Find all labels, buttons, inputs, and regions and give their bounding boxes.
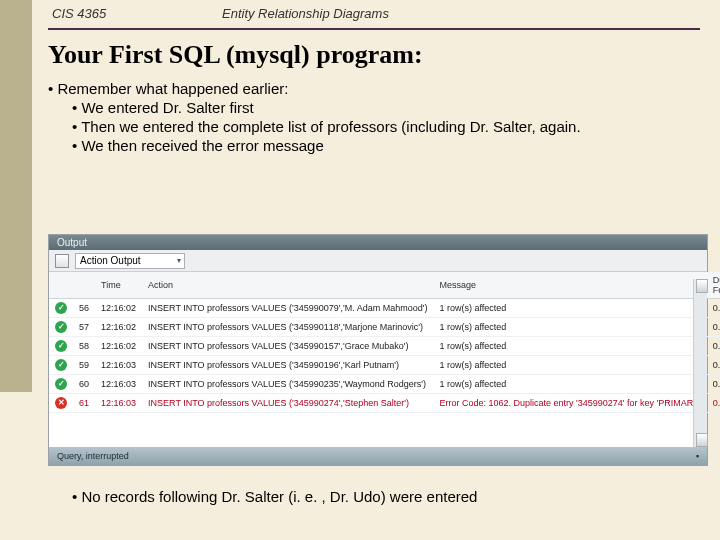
row-duration: 0.078 sec: [707, 299, 720, 318]
row-message: 1 row(s) affected: [433, 299, 706, 318]
success-icon: ✓: [55, 359, 67, 371]
row-message: 1 row(s) affected: [433, 318, 706, 337]
row-index: 57: [73, 318, 95, 337]
resize-grip-icon[interactable]: ▪: [696, 451, 699, 461]
row-message: 1 row(s) affected: [433, 375, 706, 394]
table-row[interactable]: ✓5912:16:03INSERT INTO professors VALUES…: [49, 356, 720, 375]
row-index: 61: [73, 394, 95, 413]
row-time: 12:16:03: [95, 375, 142, 394]
left-ribbon: [0, 0, 32, 392]
content-area: Your First SQL (mysql) program: Remember…: [48, 40, 700, 156]
grid-header-row: Time Action Message Duration / Fetch: [49, 272, 720, 299]
table-row[interactable]: ✓6012:16:03INSERT INTO professors VALUES…: [49, 375, 720, 394]
row-time: 12:16:03: [95, 356, 142, 375]
header-separator: [48, 28, 700, 30]
error-icon: ✕: [55, 397, 67, 409]
output-mode-dropdown[interactable]: Action Output: [75, 253, 185, 269]
table-row[interactable]: ✓5612:16:02INSERT INTO professors VALUES…: [49, 299, 720, 318]
col-status[interactable]: [49, 272, 73, 299]
row-time: 12:16:03: [95, 394, 142, 413]
row-message: Error Code: 1062. Duplicate entry '34599…: [433, 394, 706, 413]
success-icon: ✓: [55, 302, 67, 314]
row-action: INSERT INTO professors VALUES ('34599011…: [142, 318, 433, 337]
row-time: 12:16:02: [95, 299, 142, 318]
row-duration: 0.000 sec: [707, 394, 720, 413]
success-icon: ✓: [55, 340, 67, 352]
row-message: 1 row(s) affected: [433, 337, 706, 356]
row-action: INSERT INTO professors VALUES ('34599007…: [142, 299, 433, 318]
row-duration: 0.046 sec: [707, 375, 720, 394]
bullet-1c: We then received the error message: [72, 137, 700, 154]
row-time: 12:16:02: [95, 318, 142, 337]
row-action: INSERT INTO professors VALUES ('34599019…: [142, 356, 433, 375]
bullet-1b: Then we entered the complete list of pro…: [72, 118, 700, 135]
mysql-output-panel: Output Action Output Time Action Message…: [48, 234, 708, 466]
col-action[interactable]: Action: [142, 272, 433, 299]
table-row[interactable]: ✕6112:16:03INSERT INTO professors VALUES…: [49, 394, 720, 413]
success-icon: ✓: [55, 378, 67, 390]
bullet-1a: We entered Dr. Salter first: [72, 99, 700, 116]
row-action: INSERT INTO professors VALUES ('34599027…: [142, 394, 433, 413]
row-index: 60: [73, 375, 95, 394]
table-row[interactable]: ✓5812:16:02INSERT INTO professors VALUES…: [49, 337, 720, 356]
row-duration: 0.047 sec: [707, 337, 720, 356]
slide-header: CIS 4365 Entity Relationship Diagrams: [0, 0, 720, 27]
window-icon[interactable]: [55, 254, 69, 268]
row-index: 58: [73, 337, 95, 356]
course-code: CIS 4365: [52, 6, 222, 21]
row-index: 59: [73, 356, 95, 375]
table-row[interactable]: ✓5712:16:02INSERT INTO professors VALUES…: [49, 318, 720, 337]
output-panel-title: Output: [49, 235, 707, 250]
row-action: INSERT INTO professors VALUES ('34599023…: [142, 375, 433, 394]
output-toolbar: Action Output: [49, 250, 707, 272]
row-action: INSERT INTO professors VALUES ('34599015…: [142, 337, 433, 356]
success-icon: ✓: [55, 321, 67, 333]
output-status-bar: Query, interrupted ▪: [49, 447, 707, 465]
output-status-text: Query, interrupted: [57, 451, 129, 461]
row-duration: 0.047 sec: [707, 318, 720, 337]
output-mode-value: Action Output: [80, 255, 141, 266]
output-grid: Time Action Message Duration / Fetch ✓56…: [49, 272, 720, 413]
row-index: 56: [73, 299, 95, 318]
col-time[interactable]: Time: [95, 272, 142, 299]
page-title: Your First SQL (mysql) program:: [48, 40, 700, 70]
scrollbar[interactable]: [693, 279, 707, 447]
col-message[interactable]: Message: [433, 272, 706, 299]
header-title: Entity Relationship Diagrams: [222, 6, 389, 21]
bullet-post: No records following Dr. Salter (i. e. ,…: [72, 488, 696, 505]
row-message: 1 row(s) affected: [433, 356, 706, 375]
row-duration: 0.047 sec: [707, 356, 720, 375]
row-time: 12:16:02: [95, 337, 142, 356]
col-duration[interactable]: Duration / Fetch: [707, 272, 720, 299]
col-index[interactable]: [73, 272, 95, 299]
bullet-1: Remember what happened earlier:: [48, 80, 700, 97]
